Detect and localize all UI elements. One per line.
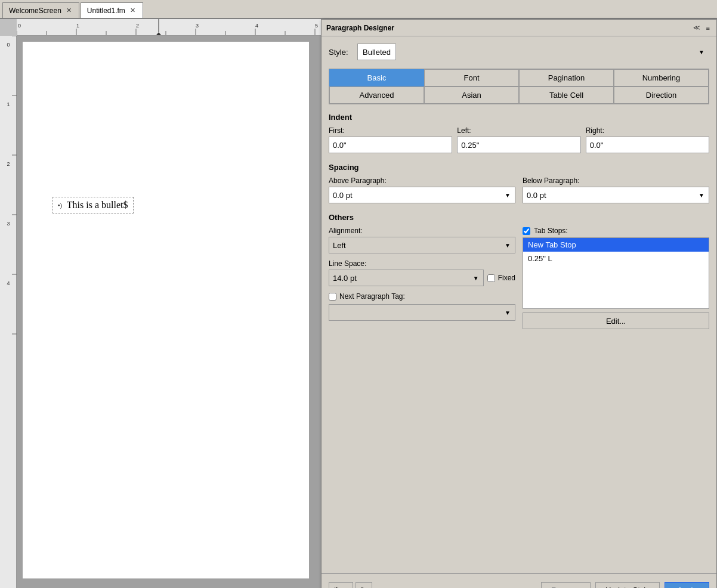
indent-right-label: Right: bbox=[586, 126, 709, 135]
panel-collapse-button[interactable]: ≪ bbox=[691, 24, 702, 32]
spacing-above-wrap: 0.0 pt bbox=[329, 187, 515, 203]
bullet-text-block: •) This is a bullet$ bbox=[52, 197, 134, 213]
bullet-marker: •) bbox=[58, 202, 62, 209]
spacing-below-wrap: 0.0 pt bbox=[523, 187, 709, 203]
svg-text:2: 2 bbox=[7, 161, 10, 167]
indent-first-col: First: bbox=[329, 126, 452, 153]
style-select[interactable]: Bulleted bbox=[357, 44, 396, 60]
next-para-checkbox[interactable] bbox=[329, 293, 336, 301]
tab-stops-checkbox[interactable] bbox=[523, 227, 530, 235]
tab-stops-list[interactable]: New Tab Stop 0.25" L bbox=[523, 237, 709, 309]
svg-text:3: 3 bbox=[196, 23, 199, 29]
indent-title: Indent bbox=[329, 113, 709, 122]
spacing-section: Spacing Above Paragraph: 0.0 pt Below Pa… bbox=[329, 163, 709, 203]
tab-welcomescreen-label: WelcomeScreen bbox=[9, 7, 61, 15]
next-para-row: Next Paragraph Tag: bbox=[329, 292, 515, 301]
spacing-above-select[interactable]: 0.0 pt bbox=[329, 187, 515, 203]
spacing-below-select[interactable]: 0.0 pt bbox=[523, 187, 709, 203]
main-area: 0 1 2 3 4 5 0 1 bbox=[0, 19, 717, 588]
svg-text:4: 4 bbox=[7, 280, 10, 286]
indent-left-label: Left: bbox=[457, 126, 580, 135]
tab-stop-025[interactable]: 0.25" L bbox=[523, 252, 709, 265]
indent-right-col: Right: bbox=[586, 126, 709, 153]
tab-btn-direction[interactable]: Direction bbox=[614, 86, 709, 104]
svg-marker-17 bbox=[156, 32, 162, 35]
next-para-select-wrap bbox=[329, 304, 515, 321]
apply-button[interactable]: Apply bbox=[665, 582, 709, 589]
alignment-select[interactable]: Left Center Right Justify bbox=[329, 237, 515, 253]
fixed-checkbox[interactable] bbox=[487, 274, 495, 282]
next-para-label: Next Paragraph Tag: bbox=[339, 292, 405, 301]
tab-welcomescreen-close[interactable]: ✕ bbox=[65, 7, 73, 14]
gear-dropdown-arrow: ▼ bbox=[341, 586, 349, 588]
fixed-label: Fixed bbox=[498, 274, 515, 282]
spacing-above-label: Above Paragraph: bbox=[329, 177, 515, 185]
svg-text:1: 1 bbox=[7, 101, 10, 107]
ruler-left: 0 1 2 3 4 bbox=[0, 36, 17, 588]
panel-controls: ≪ ≡ bbox=[691, 24, 712, 32]
spacing-title: Spacing bbox=[329, 163, 709, 172]
fixed-checkbox-row: Fixed bbox=[487, 274, 515, 282]
tab-stop-new[interactable]: New Tab Stop bbox=[523, 238, 709, 252]
refresh-icon: ↻ bbox=[360, 586, 367, 589]
tab-untitled1[interactable]: Untitled1.fm ✕ bbox=[81, 2, 143, 18]
bottom-left-controls: ⚙ ▼ ↻ bbox=[329, 582, 372, 589]
next-para-select[interactable] bbox=[329, 304, 515, 321]
document-page: •) This is a bullet$ bbox=[23, 42, 309, 578]
indent-right-input[interactable] bbox=[586, 137, 709, 153]
panel-menu-button[interactable]: ≡ bbox=[704, 24, 712, 32]
ruler-top: 0 1 2 3 4 5 bbox=[17, 19, 321, 36]
others-section: Others Alignment: Left Center Right Just… bbox=[329, 213, 709, 329]
tab-btn-numbering[interactable]: Numbering bbox=[614, 69, 709, 86]
svg-text:0: 0 bbox=[18, 23, 21, 29]
svg-text:0: 0 bbox=[7, 42, 10, 48]
svg-text:5: 5 bbox=[315, 23, 318, 29]
svg-text:2: 2 bbox=[136, 23, 139, 29]
tab-untitled1-close[interactable]: ✕ bbox=[129, 7, 137, 14]
bottom-bar: ⚙ ▼ ↻ Rename Update Style Apply bbox=[322, 573, 716, 588]
indent-grid: First: Left: Right: bbox=[329, 126, 709, 153]
style-select-wrapper: Bulleted bbox=[357, 44, 709, 60]
tab-welcomescreen[interactable]: WelcomeScreen ✕ bbox=[2, 2, 79, 18]
tab-stops-header: Tab Stops: bbox=[523, 227, 709, 235]
tab-btn-pagination[interactable]: Pagination bbox=[519, 69, 614, 86]
alignment-label: Alignment: bbox=[329, 227, 515, 235]
style-row: Style: Bulleted bbox=[329, 44, 709, 60]
tab-btn-basic[interactable]: Basic bbox=[329, 69, 424, 86]
others-layout: Alignment: Left Center Right Justify Lin… bbox=[329, 227, 709, 329]
others-title: Others bbox=[329, 213, 709, 222]
indent-section: Indent First: Left: Right: bbox=[329, 113, 709, 153]
linespace-row: 14.0 pt Fixed bbox=[329, 270, 515, 286]
paragraph-designer-panel: Paragraph Designer ≪ ≡ Style: Bulleted B… bbox=[321, 19, 717, 588]
alignment-dropdown-wrap: Left Center Right Justify bbox=[329, 237, 515, 253]
spacing-below-label: Below Paragraph: bbox=[523, 177, 709, 185]
svg-text:3: 3 bbox=[7, 221, 10, 227]
tab-btn-tablecell[interactable]: Table Cell bbox=[519, 86, 614, 104]
gear-button[interactable]: ⚙ ▼ bbox=[329, 582, 353, 589]
tab-stops-section: Tab Stops: New Tab Stop 0.25" L Edit... bbox=[523, 227, 709, 329]
tab-buttons-container: Basic Font Pagination Numbering Advanced… bbox=[329, 69, 709, 104]
indent-first-input[interactable] bbox=[329, 137, 452, 153]
update-style-button[interactable]: Update Style bbox=[595, 582, 660, 589]
svg-text:4: 4 bbox=[255, 23, 258, 29]
indent-left-col: Left: bbox=[457, 126, 580, 153]
panel-title: Paragraph Designer bbox=[326, 24, 394, 32]
document-canvas: •) This is a bullet$ bbox=[17, 36, 321, 588]
tab-btn-asian[interactable]: Asian bbox=[424, 86, 519, 104]
spacing-below-col: Below Paragraph: 0.0 pt bbox=[523, 177, 709, 203]
tab-stops-label: Tab Stops: bbox=[534, 227, 568, 235]
linespace-wrap: 14.0 pt bbox=[329, 270, 484, 286]
tab-btn-advanced[interactable]: Advanced bbox=[329, 86, 424, 104]
refresh-button[interactable]: ↻ bbox=[356, 582, 372, 589]
rename-button[interactable]: Rename bbox=[541, 582, 591, 589]
tab-btn-font[interactable]: Font bbox=[424, 69, 519, 86]
others-left: Alignment: Left Center Right Justify Lin… bbox=[329, 227, 515, 329]
spacing-grid: Above Paragraph: 0.0 pt Below Paragraph:… bbox=[329, 177, 709, 203]
linespace-select[interactable]: 14.0 pt bbox=[329, 270, 484, 286]
linespace-label: Line Space: bbox=[329, 259, 515, 268]
panel-body: Style: Bulleted Basic Font Pagination Nu… bbox=[322, 36, 716, 346]
panel-titlebar: Paragraph Designer ≪ ≡ bbox=[322, 20, 716, 36]
indent-left-input[interactable] bbox=[457, 137, 580, 153]
edit-tab-stop-button[interactable]: Edit... bbox=[523, 312, 709, 329]
svg-text:1: 1 bbox=[76, 23, 79, 29]
